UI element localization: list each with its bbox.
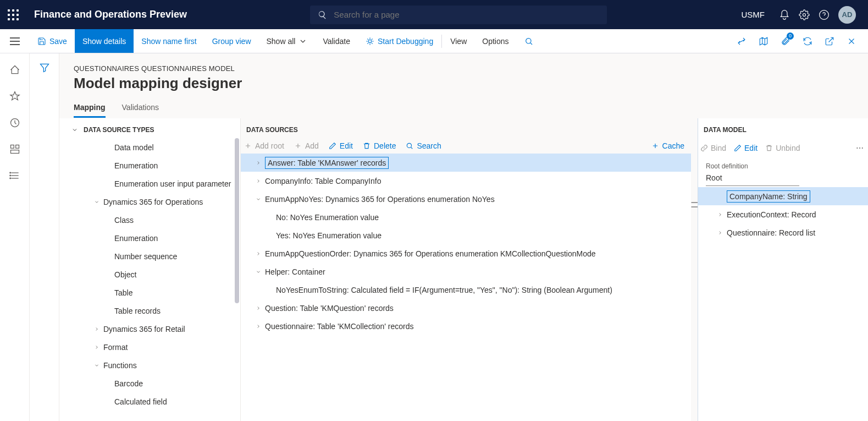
search-icon — [318, 10, 327, 20]
chevron-down-icon[interactable] — [90, 363, 103, 368]
user-avatar[interactable]: AD — [838, 6, 856, 24]
chevron-down-icon[interactable] — [252, 196, 265, 202]
tree-label: Enumeration — [114, 161, 240, 170]
add-root-button: Add root — [244, 141, 284, 150]
tree-node[interactable]: Class — [59, 211, 240, 229]
tree-node[interactable]: Object — [59, 265, 240, 283]
tree-node[interactable]: Data model — [59, 138, 240, 156]
tree-node[interactable]: NoYesEnumToString: Calculated field = IF… — [241, 281, 691, 299]
tree-node[interactable]: Questionnaire: Table 'KMCollection' reco… — [241, 317, 691, 335]
map-icon[interactable] — [754, 31, 773, 51]
svg-point-2 — [368, 40, 371, 42]
refresh-icon[interactable] — [798, 31, 817, 51]
validate-button[interactable]: Validate — [315, 29, 358, 53]
group-view-button[interactable]: Group view — [204, 29, 259, 53]
open-new-icon[interactable] — [820, 31, 839, 51]
more-icon[interactable]: ⋯ — [854, 141, 866, 155]
tab-mapping[interactable]: Mapping — [74, 103, 106, 118]
chevron-right-icon[interactable] — [252, 251, 265, 256]
tree-node[interactable]: Functions — [59, 356, 240, 374]
tree-node[interactable]: Number sequence — [59, 247, 240, 265]
chevron-right-icon[interactable] — [252, 324, 265, 329]
tree-node[interactable]: CompanyInfo: Table CompanyInfo — [241, 172, 691, 190]
tree-label: Table — [114, 288, 240, 297]
delete-button[interactable]: Delete — [363, 141, 396, 150]
modules-icon[interactable] — [9, 170, 20, 181]
global-search[interactable] — [310, 6, 607, 24]
show-all-dropdown[interactable]: Show all — [259, 29, 316, 53]
home-icon[interactable] — [9, 64, 20, 75]
tree-node[interactable]: Yes: NoYes Enumeration value — [241, 226, 691, 244]
tree-node[interactable]: Enumeration user input parameter — [59, 174, 240, 193]
start-debugging-button[interactable]: Start Debugging — [358, 29, 441, 53]
edit-model-button[interactable]: Edit — [734, 144, 758, 152]
scrollbar[interactable] — [235, 138, 239, 303]
edit-button[interactable]: Edit — [329, 141, 353, 150]
view-button[interactable]: View — [443, 29, 474, 53]
tree-node[interactable]: Table — [59, 283, 240, 302]
tree-node[interactable]: Question: Table 'KMQuestion' records — [241, 299, 691, 317]
tree-label: Yes: NoYes Enumeration value — [276, 231, 691, 240]
save-button[interactable]: Save — [30, 29, 75, 53]
attachments-icon[interactable]: 0 — [776, 31, 795, 51]
search-button[interactable]: Search — [406, 141, 441, 150]
tree-node[interactable]: Helper: Container — [241, 263, 691, 281]
show-name-first-button[interactable]: Show name first — [134, 29, 204, 53]
tree-node[interactable]: No: NoYes Enumeration value — [241, 208, 691, 226]
tree-node[interactable]: ExecutionContext: Record — [698, 205, 868, 223]
filter-icon[interactable] — [39, 62, 50, 73]
show-details-button[interactable]: Show details — [75, 29, 134, 53]
root-definition-value[interactable]: Root — [706, 171, 799, 186]
tree-node[interactable]: EnumAppQuestionOrder: Dynamics 365 for O… — [241, 244, 691, 263]
chevron-right-icon[interactable] — [714, 230, 727, 236]
types-panel-header[interactable]: DATA SOURCE TYPES — [59, 118, 240, 138]
options-button[interactable]: Options — [474, 29, 516, 53]
search-input[interactable] — [334, 10, 599, 19]
chevron-right-icon[interactable] — [714, 212, 727, 217]
chevron-right-icon[interactable] — [252, 178, 265, 184]
tree-label: Data model — [114, 143, 240, 152]
tree-node[interactable]: Enumeration — [59, 229, 240, 247]
tree-label: EnumAppNoYes: Dynamics 365 for Operation… — [265, 195, 691, 204]
page-title: Model mapping designer — [74, 75, 854, 92]
tree-node[interactable]: Questionnaire: Record list — [698, 223, 868, 242]
close-icon[interactable] — [842, 31, 861, 51]
chevron-down-icon[interactable] — [90, 199, 103, 205]
tree-label: Object — [114, 270, 240, 279]
svg-point-14 — [407, 143, 412, 147]
tree-node[interactable]: EnumAppNoYes: Dynamics 365 for Operation… — [241, 190, 691, 208]
chevron-right-icon[interactable] — [252, 305, 265, 311]
help-icon[interactable] — [814, 5, 834, 25]
notifications-icon[interactable] — [775, 5, 794, 25]
tree-node[interactable]: Barcode — [59, 374, 240, 392]
tab-validations[interactable]: Validations — [122, 103, 159, 118]
connect-icon[interactable] — [732, 31, 751, 51]
toolbar-search-icon[interactable] — [517, 29, 544, 53]
tree-node[interactable]: Dynamics 365 for Operations — [59, 193, 240, 211]
tree-node[interactable]: Answer: Table 'KMAnswer' records — [241, 154, 691, 172]
bind-button: Bind — [700, 144, 726, 152]
favorites-icon[interactable] — [9, 91, 20, 102]
company-label[interactable]: USMF — [742, 10, 765, 19]
tree-label: Calculated field — [114, 397, 240, 406]
tree-node[interactable]: CompanyName: String — [698, 187, 868, 205]
tree-node[interactable]: Calculated field — [59, 392, 240, 411]
tree-label: Number sequence — [114, 252, 240, 261]
tree-node[interactable]: Format — [59, 338, 240, 356]
chevron-right-icon[interactable] — [90, 345, 103, 350]
chevron-down-icon[interactable] — [252, 269, 265, 275]
tree-label: EnumAppQuestionOrder: Dynamics 365 for O… — [265, 249, 691, 258]
recent-icon[interactable] — [9, 117, 20, 128]
tree-label: Table records — [114, 307, 240, 315]
cache-button[interactable]: Cache — [651, 141, 684, 150]
tree-node[interactable]: Enumeration — [59, 156, 240, 174]
nav-collapse-icon[interactable] — [10, 37, 20, 45]
tree-node[interactable]: Dynamics 365 for Retail — [59, 320, 240, 338]
workspaces-icon[interactable] — [9, 144, 20, 155]
tree-node[interactable]: Table records — [59, 302, 240, 320]
settings-icon[interactable] — [794, 5, 814, 25]
splitter-handle[interactable]: ┃┃ — [691, 118, 698, 421]
app-launcher-icon[interactable] — [8, 9, 19, 20]
chevron-right-icon[interactable] — [90, 326, 103, 332]
chevron-right-icon[interactable] — [252, 160, 265, 166]
